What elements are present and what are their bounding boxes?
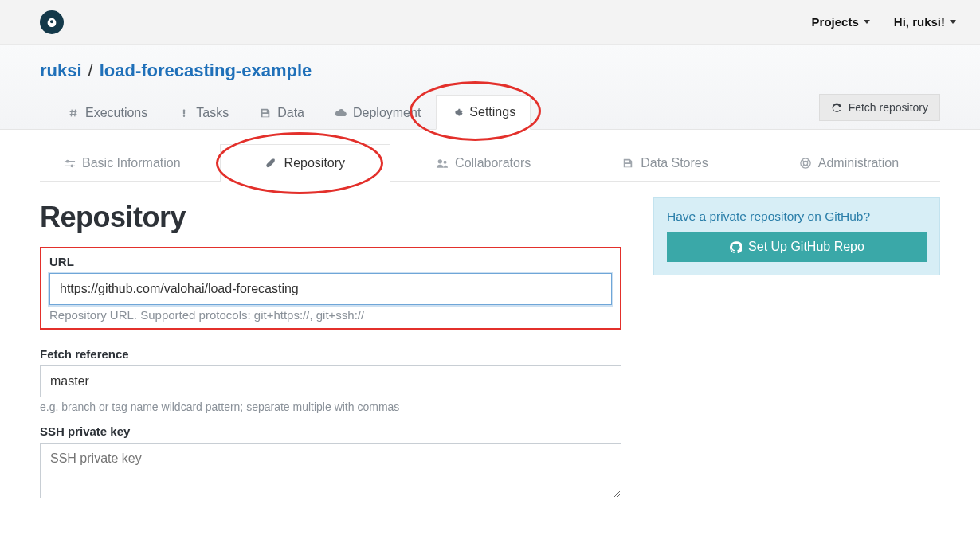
tab-label: Data <box>277 106 304 120</box>
projects-menu[interactable]: Projects <box>812 15 870 29</box>
page-title: Repository <box>40 201 621 234</box>
subtab-label: Data Stores <box>641 156 708 170</box>
rocket-icon <box>265 157 278 170</box>
url-label: URL <box>49 255 612 268</box>
subtab-data-stores[interactable]: Data Stores <box>576 144 753 182</box>
save-icon <box>621 157 634 170</box>
sliders-icon <box>63 157 76 170</box>
tab-data[interactable]: Data <box>244 96 319 130</box>
hash-icon <box>67 107 80 119</box>
tab-label: Executions <box>85 106 147 120</box>
breadcrumb-project[interactable]: load-forecasting-example <box>100 61 312 81</box>
svg-point-3 <box>65 159 69 162</box>
tab-label: Tasks <box>196 106 229 120</box>
cloud-icon <box>335 107 347 119</box>
fetch-reference-input[interactable] <box>40 365 621 397</box>
subtab-label: Collaborators <box>455 156 531 170</box>
save-icon <box>259 107 272 119</box>
ssh-key-label: SSH private key <box>40 424 621 438</box>
user-menu-label: Hi, ruksi! <box>894 15 945 29</box>
subtab-collaborators[interactable]: Collaborators <box>390 144 576 182</box>
chevron-down-icon <box>950 20 956 24</box>
svg-point-4 <box>70 164 73 167</box>
user-menu[interactable]: Hi, ruksi! <box>894 15 956 29</box>
top-bar: Projects Hi, ruksi! <box>0 0 980 45</box>
url-input[interactable] <box>49 273 612 305</box>
github-box-title: Have a private repository on GitHub? <box>667 209 927 224</box>
fetch-reference-help: e.g. branch or tag name wildcard pattern… <box>40 401 621 413</box>
github-button-label: Set Up GitHub Repo <box>748 240 864 254</box>
subtab-label: Administration <box>818 156 899 170</box>
tab-executions[interactable]: Executions <box>52 96 163 130</box>
main-tabs: Executions Tasks Data Deployment Setting… <box>52 94 940 129</box>
subtab-administration[interactable]: Administration <box>754 144 938 182</box>
subtab-basic-information[interactable]: Basic Information <box>40 144 220 182</box>
projects-menu-label: Projects <box>812 15 859 29</box>
refresh-icon <box>831 101 844 114</box>
svg-rect-1 <box>183 110 185 115</box>
breadcrumb: ruksi / load-forecasting-example <box>40 61 940 81</box>
settings-subtabs: Basic Information Repository Collaborato… <box>40 144 940 182</box>
ssh-key-textarea[interactable] <box>40 443 621 498</box>
exclamation-icon <box>178 107 190 119</box>
tab-tasks[interactable]: Tasks <box>163 96 244 130</box>
tab-label: Settings <box>469 105 515 119</box>
app-logo[interactable] <box>40 10 64 34</box>
breadcrumb-separator: / <box>88 61 93 81</box>
svg-point-5 <box>438 159 442 163</box>
users-icon <box>436 157 449 170</box>
tab-label: Deployment <box>353 106 421 120</box>
project-header: ruksi / load-forecasting-example Executi… <box>0 45 980 130</box>
svg-point-2 <box>183 115 185 117</box>
github-private-repo-box: Have a private repository on GitHub? Set… <box>653 197 940 276</box>
gear-icon <box>451 106 464 119</box>
setup-github-repo-button[interactable]: Set Up GitHub Repo <box>667 232 927 262</box>
tab-deployment[interactable]: Deployment <box>319 96 436 130</box>
fetch-button-label: Fetch repository <box>849 101 928 114</box>
url-field-highlight-box: URL Repository URL. Supported protocols:… <box>40 247 621 330</box>
subtab-label: Basic Information <box>82 156 181 170</box>
github-icon <box>729 240 742 253</box>
svg-point-0 <box>50 20 53 23</box>
tab-settings[interactable]: Settings <box>436 95 531 130</box>
fetch-reference-label: Fetch reference <box>40 347 621 361</box>
svg-point-6 <box>444 160 447 163</box>
breadcrumb-owner[interactable]: ruksi <box>40 61 82 81</box>
fetch-repository-button[interactable]: Fetch repository <box>819 94 940 121</box>
subtab-repository[interactable]: Repository <box>220 144 390 182</box>
chevron-down-icon <box>864 20 870 24</box>
life-ring-icon <box>799 157 812 170</box>
subtab-label: Repository <box>284 156 345 170</box>
url-help-text: Repository URL. Supported protocols: git… <box>49 308 612 322</box>
